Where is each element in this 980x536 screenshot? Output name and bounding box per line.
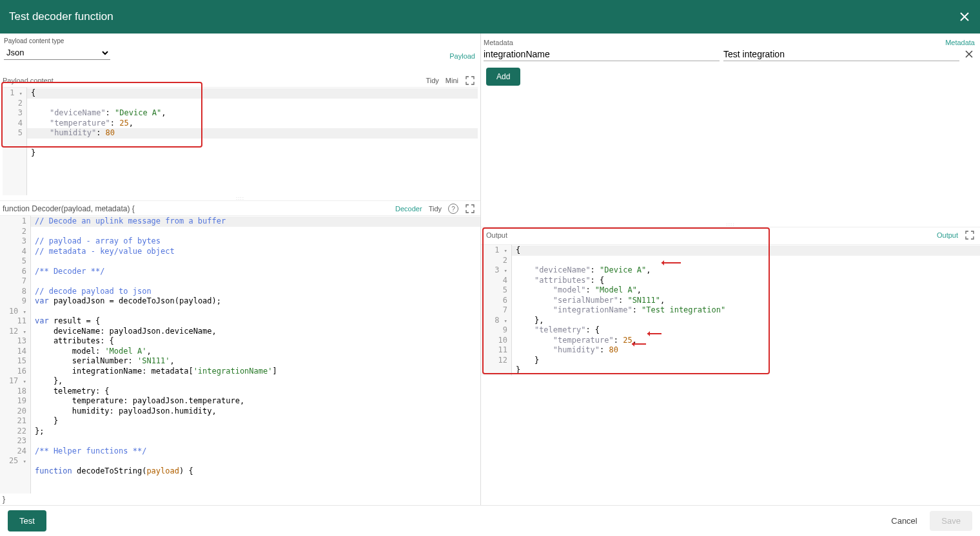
decoder-close-brace: }: [0, 493, 480, 505]
save-button: Save: [930, 511, 972, 531]
cancel-button[interactable]: Cancel: [881, 511, 927, 531]
decoder-tidy-button[interactable]: Tidy: [429, 205, 442, 213]
annotation-arrow: [662, 262, 681, 263]
metadata-value-input[interactable]: [723, 46, 959, 61]
drag-handle[interactable]: ::::: [0, 195, 480, 200]
payload-content-type-select[interactable]: Json: [4, 46, 110, 60]
drag-handle[interactable]: ::::: [481, 222, 980, 227]
payload-content-type-field: Payload content type Json: [4, 37, 110, 60]
payload-mini-button[interactable]: Mini: [446, 77, 458, 84]
payload-tidy-button[interactable]: Tidy: [426, 77, 438, 84]
payload-link[interactable]: Payload: [449, 52, 475, 60]
metadata-remove-icon[interactable]: [963, 48, 975, 60]
fullscreen-icon[interactable]: [465, 204, 475, 214]
metadata-key-input[interactable]: [484, 46, 720, 61]
payload-editor[interactable]: 1 ▾2345 { "deviceName": "Device A", "tem…: [3, 86, 478, 195]
metadata-label: Metadata: [484, 39, 513, 46]
fullscreen-icon[interactable]: [965, 230, 975, 240]
output-viewer: 1 ▾23 ▾45678 ▾9101112 { "deviceName": "D…: [481, 244, 980, 376]
output-label: Output: [486, 231, 507, 239]
output-link[interactable]: Output: [937, 231, 958, 239]
decoder-link[interactable]: Decoder: [395, 205, 422, 213]
dialog-header: Test decoder function: [0, 0, 980, 34]
annotation-arrow: [647, 333, 662, 334]
payload-content-type-label: Payload content type: [4, 37, 110, 44]
metadata-add-button[interactable]: Add: [486, 68, 520, 86]
decoder-editor[interactable]: 12345678910 ▾1112 ▾1314151617 ▾181920212…: [0, 215, 480, 493]
help-icon[interactable]: ?: [448, 204, 458, 214]
fullscreen-icon[interactable]: [465, 75, 475, 86]
payload-content-label: Payload content: [3, 77, 54, 84]
dialog-footer: Test Cancel Save: [0, 505, 980, 536]
test-button[interactable]: Test: [8, 510, 46, 531]
metadata-link[interactable]: Metadata: [945, 39, 975, 46]
close-icon[interactable]: [958, 10, 971, 23]
decoder-signature: function Decoder(payload, metadata) {: [3, 204, 135, 213]
annotation-arrow: [632, 343, 646, 345]
dialog-title: Test decoder function: [9, 10, 113, 23]
